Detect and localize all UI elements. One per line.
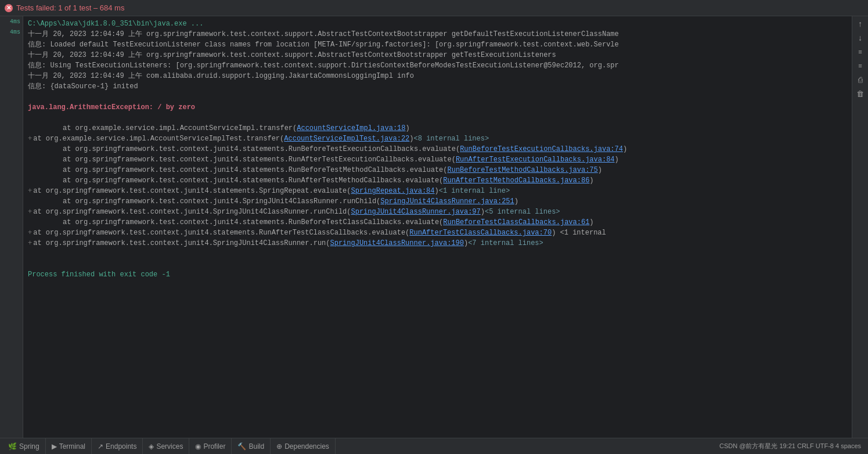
timing-item xyxy=(0,79,23,89)
status-tabs: 🌿 Spring ▶ Terminal ↗ Endpoints ◈ Servic… xyxy=(2,438,336,455)
tab-dependencies-label: Dependencies xyxy=(284,442,329,451)
tab-terminal[interactable]: ▶ Terminal xyxy=(46,438,92,455)
print-button[interactable]: ⎙ xyxy=(855,74,866,86)
terminal-icon: ▶ xyxy=(52,442,57,451)
link-RunBeforeTestExecutionCallbacks[interactable]: RunBeforeTestExecutionCallbacks.java:74 xyxy=(460,144,623,154)
timing-item xyxy=(0,236,23,246)
timing-gutter: 4ms 4ms xyxy=(0,16,23,438)
timing-item xyxy=(0,267,23,278)
link-RunAfterTestExecutionCallbacks[interactable]: RunAfterTestExecutionCallbacks.java:84 xyxy=(456,154,615,165)
link-RunAfterTestClassCallbacks[interactable]: RunAfterTestClassCallbacks.java:70 xyxy=(409,228,552,238)
link-RunBeforeTestClassCallbacks[interactable]: RunBeforeTestClassCallbacks.java:61 xyxy=(443,217,589,228)
timing-item xyxy=(0,246,23,257)
process-finished-text: Process finished with exit code -1 xyxy=(28,269,170,280)
log-text: 信息: {dataSource-1} inited xyxy=(28,81,138,92)
timing-item xyxy=(0,152,23,163)
stack-trace-line: + at org.springframework.test.context.ju… xyxy=(23,238,852,248)
top-bar: ✕ Tests failed: 1 of 1 test – 684 ms xyxy=(0,0,868,16)
console-line: 信息: {dataSource-1} inited xyxy=(23,81,852,92)
timing-item xyxy=(0,382,23,392)
timing-item xyxy=(0,163,23,173)
log-text: 十一月 20, 2023 12:04:49 上午 org.springframe… xyxy=(28,50,556,60)
expand-toggle[interactable]: + xyxy=(28,228,32,238)
timing-item xyxy=(0,121,23,131)
timing-item xyxy=(0,278,23,288)
timing-item xyxy=(0,183,23,194)
timing-item xyxy=(0,309,23,319)
stack-trace-line: at org.example.service.impl.AccountServi… xyxy=(23,123,852,134)
status-right-info: CSDN @前方有星光 19:21 CRLF UTF-8 4 spaces xyxy=(719,442,866,451)
tab-endpoints[interactable]: ↗ Endpoints xyxy=(92,438,143,455)
console-line-empty xyxy=(23,259,852,269)
timing-item xyxy=(0,392,23,403)
expand-toggle[interactable]: + xyxy=(28,186,32,196)
stack-trace-line: at org.springframework.test.context.juni… xyxy=(23,144,852,154)
expand-toggle[interactable]: + xyxy=(28,134,32,144)
tab-endpoints-label: Endpoints xyxy=(106,442,136,451)
process-finished-line: Process finished with exit code -1 xyxy=(23,269,852,280)
expand-toggle[interactable]: + xyxy=(28,238,32,248)
tab-terminal-label: Terminal xyxy=(59,442,85,451)
stack-trace-line: at org.springframework.test.context.juni… xyxy=(23,175,852,186)
link-SpringRepeat[interactable]: SpringRepeat.java:84 xyxy=(351,186,435,196)
timing-item xyxy=(0,298,23,309)
timing-item xyxy=(0,288,23,298)
timing-item xyxy=(0,215,23,225)
timing-item xyxy=(0,142,23,152)
timing-item xyxy=(0,131,23,142)
console-line: 十一月 20, 2023 12:04:49 上午 com.alibaba.dru… xyxy=(23,71,852,81)
timing-item xyxy=(0,361,23,372)
timing-item xyxy=(0,58,23,69)
timing-item xyxy=(0,257,23,267)
timing-item: 4ms xyxy=(0,16,23,27)
soft-wrap-button[interactable]: ≡ xyxy=(855,46,866,58)
stack-trace-line: at org.springframework.test.context.juni… xyxy=(23,217,852,228)
stack-trace-line: at org.springframework.test.context.juni… xyxy=(23,154,852,165)
fail-text: Tests failed: 1 of 1 test – 684 ms xyxy=(16,3,124,12)
log-text: 十一月 20, 2023 12:04:49 上午 com.alibaba.dru… xyxy=(28,71,414,81)
console-line: 信息: Using TestExecutionListeners: [org.s… xyxy=(23,60,852,71)
link-SpringJUnit4ClassRunner-97[interactable]: SpringJUnit4ClassRunner.java:97 xyxy=(351,207,481,217)
timing-item xyxy=(0,340,23,351)
timing-item xyxy=(0,372,23,382)
internal-lines-badge: <5 internal lines> xyxy=(485,207,560,217)
timing-item xyxy=(0,89,23,100)
timing-item xyxy=(0,37,23,48)
log-text: 十一月 20, 2023 12:04:49 上午 org.springframe… xyxy=(28,29,619,39)
timing-item: 4ms xyxy=(0,27,23,37)
stack-trace-line: + at org.springframework.test.context.ju… xyxy=(23,186,852,196)
scroll-down-button[interactable]: ↓ xyxy=(855,33,866,44)
tab-profiler-label: Profiler xyxy=(203,442,225,451)
timing-item xyxy=(0,319,23,330)
exception-text: java.lang.ArithmeticException: / by zero xyxy=(28,102,195,113)
internal-lines-badge: <7 internal lines> xyxy=(468,238,543,248)
tab-profiler[interactable]: ◉ Profiler xyxy=(189,438,232,455)
link-AccountServiceImpl[interactable]: AccountServiceImpl.java:18 xyxy=(297,123,405,134)
tab-build[interactable]: 🔨 Build xyxy=(232,438,271,455)
endpoints-icon: ↗ xyxy=(98,442,103,451)
console-output[interactable]: C:\Apps\Java\jdk1.8.0_351\bin\java.exe .… xyxy=(23,16,852,438)
link-RunAfterTestMethodCallbacks[interactable]: RunAfterTestMethodCallbacks.java:86 xyxy=(443,175,589,186)
tab-dependencies[interactable]: ⊕ Dependencies xyxy=(271,438,336,455)
log-text: 信息: Loaded default TestExecutionListener… xyxy=(28,39,619,50)
stack-trace-line: + at org.springframework.test.context.ju… xyxy=(23,207,852,217)
status-bar: 🌿 Spring ▶ Terminal ↗ Endpoints ◈ Servic… xyxy=(0,438,868,454)
tab-services[interactable]: ◈ Services xyxy=(143,438,189,455)
link-AccountServiceImplTest[interactable]: AccountServiceImplTest.java:22 xyxy=(284,134,409,144)
tab-build-label: Build xyxy=(248,442,264,451)
build-icon: 🔨 xyxy=(237,442,246,451)
link-SpringJUnit4ClassRunner-190[interactable]: SpringJUnit4ClassRunner.java:190 xyxy=(330,238,464,248)
profiler-icon: ◉ xyxy=(195,442,201,451)
scroll-up-button[interactable]: ↑ xyxy=(855,19,866,30)
timing-item xyxy=(0,110,23,121)
internal-lines-badge: <1 internal line> xyxy=(439,186,510,196)
clear-button[interactable]: 🗑 xyxy=(855,88,866,100)
link-SpringJUnit4ClassRunner-251[interactable]: SpringJUnit4ClassRunner.java:251 xyxy=(380,196,514,207)
log-text: 信息: Using TestExecutionListeners: [org.s… xyxy=(28,60,619,71)
filter-button[interactable]: ≡ xyxy=(855,60,866,72)
expand-toggle[interactable]: + xyxy=(28,207,32,217)
link-RunBeforeTestMethodCallbacks[interactable]: RunBeforeTestMethodCallbacks.java:75 xyxy=(448,165,598,175)
stack-trace-line: + at org.example.service.impl.AccountSer… xyxy=(23,134,852,144)
tab-spring[interactable]: 🌿 Spring xyxy=(2,438,46,455)
stack-trace-line: at org.springframework.test.context.juni… xyxy=(23,196,852,207)
